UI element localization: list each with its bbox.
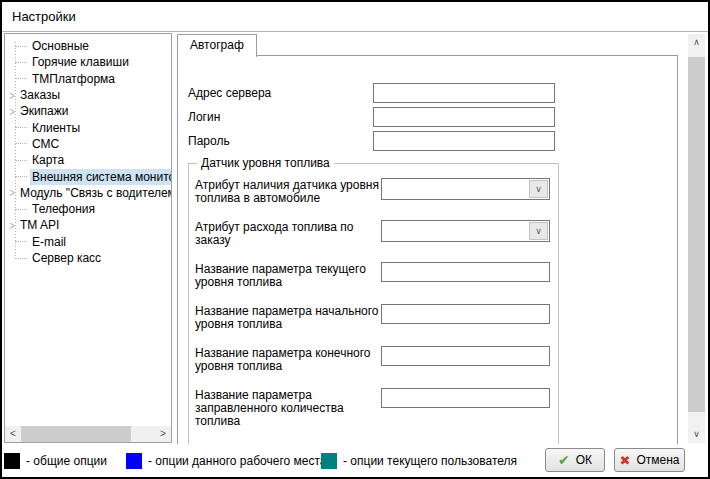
title-separator [2, 31, 708, 32]
tree-connector [15, 258, 27, 259]
legend-common-options: - общие опции [4, 444, 107, 477]
selected-tree-item-label: Внешняя система мониторинга [30, 169, 172, 185]
fuel-consumption-attr-label: Атрибут расхода топлива по заказу [195, 220, 381, 247]
fuel-consumption-attr-combo[interactable]: ∨ [381, 220, 550, 242]
tree-item-klienty[interactable]: Клиенты [5, 119, 171, 135]
settings-tree-panel: Основные Горячие клавиши ТМПлатформа >За… [4, 33, 172, 443]
cancel-button-label: Отмена [636, 453, 679, 467]
server-address-label: Адрес сервера [188, 83, 373, 103]
bottom-bar: - общие опции - опции данного рабочего м… [2, 444, 708, 477]
horizontal-scrollbar-thumb[interactable] [21, 426, 131, 442]
expand-chevron-icon[interactable]: > [7, 186, 17, 199]
blue-swatch-icon [126, 453, 142, 469]
refueled-amount-param-input[interactable] [381, 388, 550, 408]
form-row: Название параметра начального уровня топ… [195, 304, 558, 331]
scroll-up-icon[interactable]: ∧ [688, 34, 705, 51]
expand-chevron-icon[interactable]: > [7, 219, 17, 232]
tree-item-zakazy[interactable]: >Заказы [5, 87, 171, 103]
login-input[interactable] [373, 107, 555, 127]
scroll-right-icon[interactable]: > [155, 426, 171, 442]
tree-item-osnovnye[interactable]: Основные [5, 38, 171, 54]
scroll-down-icon[interactable]: ∨ [688, 426, 705, 443]
tree-connector [15, 209, 27, 210]
vertical-scrollbar-thumb[interactable] [688, 57, 705, 412]
form-row: Атрибут наличия датчика уровня топлива в… [195, 178, 558, 205]
teal-swatch-icon [321, 453, 337, 469]
legend-workstation-options: - опции данного рабочего места [126, 444, 326, 477]
legend-label: - опции данного рабочего места [148, 454, 326, 468]
tree-connector [15, 241, 27, 242]
tab-avtograf[interactable]: Автограф [177, 34, 257, 57]
scroll-left-icon[interactable]: < [5, 426, 21, 442]
tree-item-tm-api[interactable]: >TM API [5, 217, 171, 233]
fuel-sensor-presence-label: Атрибут наличия датчика уровня топлива в… [195, 178, 381, 205]
window-title: Настройки [12, 9, 76, 24]
ok-button-label: ОК [576, 453, 592, 467]
combo-dropdown-icon[interactable]: ∨ [529, 222, 548, 240]
form-row: Пароль [188, 131, 677, 151]
password-input[interactable] [373, 131, 555, 151]
settings-tree: Основные Горячие клавиши ТМПлатформа >За… [5, 34, 171, 266]
initial-fuel-param-label: Название параметра начального уровня топ… [195, 304, 381, 331]
form-row: Название параметра конечного уровня топл… [195, 346, 558, 373]
x-icon: ✖ [620, 454, 631, 467]
combo-dropdown-icon[interactable]: ∨ [529, 180, 548, 198]
tree-item-goryachie-klavishi[interactable]: Горячие клавиши [5, 54, 171, 70]
vertical-scrollbar[interactable]: ∧ ∨ [688, 34, 705, 443]
tree-item-ekipazhi[interactable]: >Экипажи [5, 103, 171, 119]
form-row: Адрес сервера [188, 83, 677, 103]
server-address-input[interactable] [373, 83, 555, 103]
tree-item-telefoniya[interactable]: Телефония [5, 201, 171, 217]
tree-connector [15, 127, 27, 128]
form-row: Логин [188, 107, 677, 127]
ok-button[interactable]: ✔ ОК [545, 448, 605, 472]
expand-chevron-icon[interactable]: > [7, 89, 17, 102]
login-label: Логин [188, 107, 373, 127]
password-label: Пароль [188, 131, 373, 151]
tree-horizontal-scrollbar[interactable]: < > [5, 426, 171, 442]
fuel-sensor-presence-combo[interactable]: ∨ [381, 178, 550, 200]
tree-item-tmplatforma[interactable]: ТМПлатформа [5, 71, 171, 87]
tree-item-email[interactable]: E-mail [5, 234, 171, 250]
tree-connector [15, 62, 27, 63]
form-row: Название параметра заправленного количес… [195, 388, 558, 428]
tree-connector [15, 46, 27, 47]
expand-chevron-icon[interactable]: > [7, 105, 17, 118]
fuel-level-sensor-group: Датчик уровня топлива Атрибут наличия да… [188, 163, 559, 445]
avtograf-tab-pane: Адрес сервера Логин Пароль Датчик уровня… [177, 55, 678, 445]
refueled-amount-param-label: Название параметра заправленного количес… [195, 388, 381, 428]
form-row: Атрибут расхода топлива по заказу ∨ [195, 220, 558, 247]
legend-label: - опции текущего пользователя [343, 454, 517, 468]
black-swatch-icon [4, 453, 20, 469]
legend-current-user-options: - опции текущего пользователя [321, 444, 517, 477]
check-icon: ✔ [558, 453, 570, 467]
current-fuel-param-label: Название параметра текущего уровня топли… [195, 262, 381, 289]
initial-fuel-param-input[interactable] [381, 304, 550, 324]
form-row: Название параметра текущего уровня топли… [195, 262, 558, 289]
final-fuel-param-label: Название параметра конечного уровня топл… [195, 346, 381, 373]
current-fuel-param-input[interactable] [381, 262, 550, 282]
tree-item-sms[interactable]: СМС [5, 136, 171, 152]
tree-item-karta[interactable]: Карта [5, 152, 171, 168]
tree-connector [15, 143, 27, 144]
legend-label: - общие опции [26, 454, 107, 468]
final-fuel-param-input[interactable] [381, 346, 550, 366]
group-title: Датчик уровня топлива [197, 156, 334, 170]
tree-connector [15, 160, 27, 161]
cancel-button[interactable]: ✖ Отмена [614, 448, 685, 472]
tree-item-server-kass[interactable]: Сервер касс [5, 250, 171, 266]
settings-window: Настройки Основные Горячие клавиши ТМПла… [0, 0, 710, 479]
tree-item-modul-svyaz-s-voditelem[interactable]: >Модуль "Связь с водителем" [5, 185, 171, 201]
tree-connector [15, 78, 27, 79]
tree-item-vneshnyaya-sistema-monitoringa[interactable]: Внешняя система мониторинга [5, 168, 171, 184]
tree-connector [15, 176, 27, 177]
